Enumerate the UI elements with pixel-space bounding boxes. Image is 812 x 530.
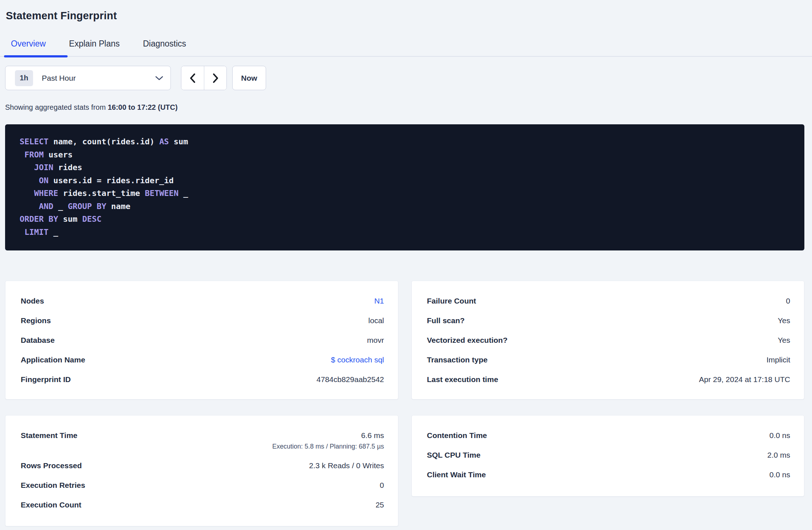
value-failure-count: 0 xyxy=(786,297,790,305)
sql-text xyxy=(20,176,39,185)
sql-text xyxy=(92,202,97,211)
sql-keyword: BETWEEN xyxy=(145,189,178,198)
sql-text: _ xyxy=(48,228,58,237)
sql-text xyxy=(20,202,39,211)
sql-keyword: FROM xyxy=(24,150,44,159)
sql-text: _ xyxy=(53,202,68,211)
time-nav-button-group xyxy=(181,66,227,90)
value-contention-time: 0.0 ns xyxy=(769,431,790,439)
sql-keyword: DESC xyxy=(82,214,101,224)
label-rows-processed: Rows Processed xyxy=(21,461,89,470)
label-fingerprint-id: Fingerprint ID xyxy=(21,375,78,384)
sql-keyword: WHERE xyxy=(34,189,58,198)
sql-line: ON users.id = rides.rider_id xyxy=(20,174,790,187)
sql-text xyxy=(20,150,24,159)
sql-text: rides.start_time xyxy=(58,189,145,198)
stat-row-failure-count: Failure Count0 xyxy=(427,296,791,306)
sql-text: name xyxy=(106,202,130,211)
statement-fingerprint-page: Statement Fingerprint OverviewExplain Pl… xyxy=(0,9,812,530)
next-time-button[interactable] xyxy=(204,66,226,90)
value-execution-count: 25 xyxy=(375,501,384,509)
now-button[interactable]: Now xyxy=(232,66,266,90)
value-nodes[interactable]: N1 xyxy=(374,297,384,305)
label-sql-cpu-time: SQL CPU Time xyxy=(427,450,488,460)
sql-line: ORDER BY sum DESC xyxy=(20,213,790,226)
sql-keyword: AS xyxy=(159,137,169,146)
stat-row-statement-time: Statement Time6.6 msExecution: 5.8 ms / … xyxy=(21,431,384,451)
stat-row-nodes: NodesN1 xyxy=(21,296,384,306)
sql-text xyxy=(44,214,48,224)
label-application-name: Application Name xyxy=(21,355,92,365)
aggregated-stats-note: Showing aggregated stats from 16:00 to 1… xyxy=(5,102,812,112)
sql-text xyxy=(20,163,34,172)
label-database: Database xyxy=(21,336,62,345)
sql-keyword: SELECT xyxy=(20,137,48,146)
value-vectorized-execution: Yes xyxy=(778,336,790,344)
note-time-range: 16:00 to 17:22 (UTC) xyxy=(108,103,177,111)
stat-row-transaction-type: Transaction typeImplicit xyxy=(427,355,791,365)
tab-overview[interactable]: Overview xyxy=(11,39,46,56)
stat-row-database: Databasemovr xyxy=(21,336,384,345)
value-rows-processed: 2.3 k Reads / 0 Writes xyxy=(309,461,384,470)
sql-keyword: JOIN xyxy=(34,163,53,172)
sql-text: sum xyxy=(58,214,82,224)
value-client-wait-time: 0.0 ns xyxy=(769,470,790,479)
sql-line: SELECT name, count(rides.id) AS sum xyxy=(20,135,790,148)
tab-bar: OverviewExplain PlansDiagnostics xyxy=(0,39,812,57)
sql-text: name, count(rides.id) xyxy=(48,137,159,146)
stat-row-client-wait-time: Client Wait Time0.0 ns xyxy=(427,470,791,479)
value-execution-retries: 0 xyxy=(380,481,384,489)
stat-row-full-scan: Full scan?Yes xyxy=(427,316,791,325)
sql-text: rides xyxy=(53,163,82,172)
value-fingerprint-id: 4784cb829aab2542 xyxy=(317,375,384,384)
sql-line: FROM users xyxy=(20,148,790,161)
stat-row-execution-retries: Execution Retries0 xyxy=(21,481,384,490)
label-client-wait-time: Client Wait Time xyxy=(427,470,493,479)
sql-statement-box: SELECT name, count(rides.id) AS sum FROM… xyxy=(5,124,804,250)
subvalue-statement-time: Execution: 5.8 ms / Planning: 687.5 µs xyxy=(272,442,384,451)
value-application-name[interactable]: $ cockroach sql xyxy=(331,356,384,364)
stats-cards-grid: NodesN1RegionslocalDatabasemovrApplicati… xyxy=(5,281,804,526)
time-range-label: Past Hour xyxy=(42,74,155,83)
sql-keyword: BY xyxy=(48,214,58,224)
value-database: movr xyxy=(367,336,384,344)
time-range-badge: 1h xyxy=(15,70,33,86)
value-regions: local xyxy=(368,316,384,325)
stat-row-vectorized-execution: Vectorized execution?Yes xyxy=(427,336,791,345)
label-transaction-type: Transaction type xyxy=(427,355,495,365)
value-last-execution-time: Apr 29, 2024 at 17:18 UTC xyxy=(699,375,790,384)
time-toolbar: 1h Past Hour Now xyxy=(5,66,812,90)
sql-keyword: BY xyxy=(97,202,106,211)
label-full-scan: Full scan? xyxy=(427,316,472,325)
stat-row-rows-processed: Rows Processed2.3 k Reads / 0 Writes xyxy=(21,461,384,470)
stat-row-last-execution-time: Last execution timeApr 29, 2024 at 17:18… xyxy=(427,375,791,384)
stat-row-sql-cpu-time: SQL CPU Time2.0 ms xyxy=(427,450,791,460)
chevron-left-icon xyxy=(189,73,196,83)
prev-time-button[interactable] xyxy=(181,66,204,90)
sql-text: users.id = rides.rider_id xyxy=(48,176,173,185)
sql-line: WHERE rides.start_time BETWEEN _ xyxy=(20,187,790,200)
tab-explain-plans[interactable]: Explain Plans xyxy=(69,39,120,56)
time-range-dropdown[interactable]: 1h Past Hour xyxy=(5,66,171,90)
stat-row-contention-time: Contention Time0.0 ns xyxy=(427,431,791,440)
label-nodes: Nodes xyxy=(21,296,51,306)
sql-keyword: ORDER xyxy=(20,214,44,224)
overview-right-card: Failure Count0Full scan?YesVectorized ex… xyxy=(411,281,805,399)
sql-keyword: GROUP xyxy=(68,202,92,211)
note-prefix: Showing aggregated stats from xyxy=(5,103,108,111)
sql-text: users xyxy=(44,150,72,159)
stat-row-application-name: Application Name$ cockroach sql xyxy=(21,355,384,365)
sql-line: AND _ GROUP BY name xyxy=(20,200,790,213)
sql-line: JOIN rides xyxy=(20,161,790,174)
sql-keyword: AND xyxy=(39,202,53,211)
label-contention-time: Contention Time xyxy=(427,431,494,440)
stat-row-fingerprint-id: Fingerprint ID4784cb829aab2542 xyxy=(21,375,384,384)
timing-right-card: Contention Time0.0 nsSQL CPU Time2.0 msC… xyxy=(411,415,805,497)
chevron-right-icon xyxy=(212,73,219,83)
label-vectorized-execution: Vectorized execution? xyxy=(427,336,515,345)
timing-left-card: Statement Time6.6 msExecution: 5.8 ms / … xyxy=(5,415,398,526)
page-title: Statement Fingerprint xyxy=(6,9,812,23)
tab-diagnostics[interactable]: Diagnostics xyxy=(143,39,186,56)
overview-left-card: NodesN1RegionslocalDatabasemovrApplicati… xyxy=(5,281,398,399)
chevron-down-icon xyxy=(155,76,163,80)
